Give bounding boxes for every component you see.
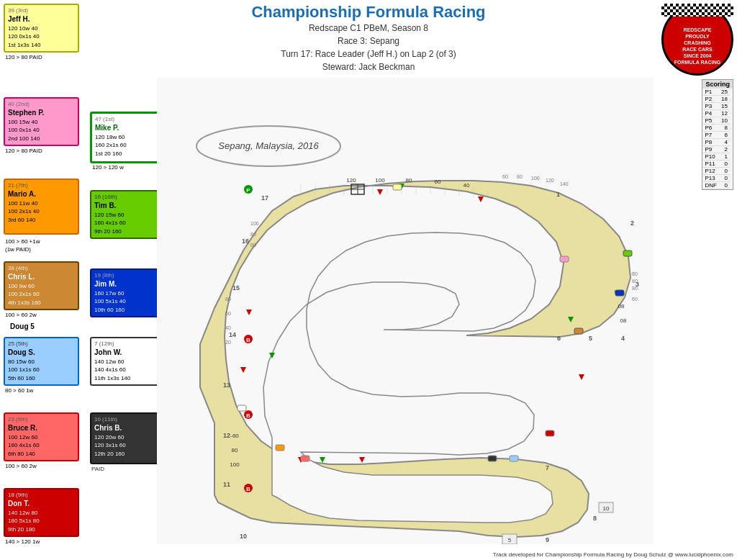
scoring-pos: P8 bbox=[702, 139, 718, 146]
svg-text:5: 5 bbox=[508, 537, 512, 543]
don-note: 140 > 120 1w bbox=[5, 538, 40, 546]
scoring-row: P110 bbox=[702, 161, 729, 168]
jeff-note: 120 > 80 PAID bbox=[5, 53, 42, 61]
scoring-pts: 25 bbox=[719, 89, 730, 96]
player-name-john: John W. bbox=[94, 348, 161, 358]
svg-rect-48 bbox=[276, 445, 284, 451]
svg-text:80: 80 bbox=[632, 279, 638, 284]
page-header: Championship Formula Racing Redscape C1 … bbox=[79, 0, 658, 73]
svg-text:80: 80 bbox=[632, 271, 638, 276]
bruce-note: 100 > 60 2w bbox=[5, 462, 37, 470]
svg-text:12: 12 bbox=[223, 432, 230, 439]
svg-text:100: 100 bbox=[250, 221, 259, 226]
doug-s-note: 80 > 60 1w bbox=[5, 387, 33, 394]
scoring-row: P120 bbox=[702, 168, 729, 175]
card-stephen-p: 40 (2nd) Stephen P. 100 15w 40 100 0x1s … bbox=[4, 97, 79, 146]
scoring-pts: 4 bbox=[719, 139, 730, 146]
track-svg: Sepang, Malaysia, 2016 120 100 80 60 40 … bbox=[157, 78, 654, 544]
mario-note: 100 > 60 +1w(1w PAID) bbox=[5, 238, 40, 253]
scoring-pts: 10 bbox=[719, 117, 730, 125]
player-name-mike: Mike P. bbox=[95, 123, 160, 133]
scoring-pos: P6 bbox=[702, 125, 718, 132]
svg-text:B: B bbox=[246, 337, 250, 343]
player-name-don: Don T. bbox=[8, 499, 75, 509]
player-name-jim: Jim M. bbox=[94, 279, 161, 289]
scoring-table: P125P218P315P412P510P68P76P84P92P101P110… bbox=[702, 89, 729, 189]
svg-text:15: 15 bbox=[232, 284, 240, 292]
scoring-pts: 0 bbox=[719, 161, 730, 168]
svg-text:17: 17 bbox=[261, 194, 268, 202]
scoring-pts: 2 bbox=[719, 146, 730, 153]
card-mario-a: 21 (7th) Mario A. 100 11w 40 100 2x1s 40… bbox=[4, 179, 79, 235]
scoring-pts: 12 bbox=[719, 110, 730, 117]
player-name-chris-l: Chris L. bbox=[8, 272, 75, 282]
svg-text:60: 60 bbox=[632, 297, 638, 302]
svg-text:100: 100 bbox=[230, 461, 240, 468]
svg-text:2: 2 bbox=[630, 220, 634, 227]
svg-rect-39 bbox=[393, 184, 402, 190]
svg-text:80: 80 bbox=[232, 447, 238, 453]
footer: Track developed for Championship Formula… bbox=[158, 551, 733, 558]
svg-rect-43 bbox=[574, 328, 583, 334]
scoring-pts: 0 bbox=[719, 182, 730, 189]
svg-text:9: 9 bbox=[546, 536, 549, 543]
svg-text:100: 100 bbox=[531, 176, 540, 181]
svg-text:4: 4 bbox=[621, 335, 625, 342]
scoring-pos: P4 bbox=[702, 110, 718, 117]
scoring-pos: P13 bbox=[702, 175, 718, 182]
player-name-stephen: Stephen P. bbox=[8, 108, 75, 118]
scoring-row: P130 bbox=[702, 175, 729, 182]
player-name-mario: Mario A. bbox=[8, 189, 75, 199]
scoring-panel: Scoring P125P218P315P412P510P68P76P84P92… bbox=[702, 79, 733, 190]
player-name-doug-s: Doug S. bbox=[8, 348, 75, 358]
card-bruce-r: 23 (6th) Bruce R. 100 12w 60 160 4x1s 60… bbox=[4, 412, 79, 461]
svg-text:-60: -60 bbox=[230, 433, 239, 439]
scoring-row: P315 bbox=[702, 103, 729, 110]
scoring-pos: P3 bbox=[702, 103, 718, 110]
player-name-tim: Tim B. bbox=[94, 201, 161, 211]
svg-text:5: 5 bbox=[589, 335, 592, 342]
scoring-row: P218 bbox=[702, 96, 729, 103]
svg-text:80: 80 bbox=[406, 177, 412, 184]
chris-l-note: 100 > 60 2w bbox=[5, 311, 37, 319]
svg-text:20: 20 bbox=[225, 340, 231, 345]
player-name-jeff: Jeff H. bbox=[8, 14, 75, 24]
svg-rect-46 bbox=[546, 430, 554, 436]
svg-text:80: 80 bbox=[225, 297, 231, 302]
svg-rect-49 bbox=[238, 405, 246, 411]
svg-rect-40 bbox=[560, 256, 569, 262]
svg-text:80: 80 bbox=[517, 174, 523, 179]
scoring-pos: DNF bbox=[702, 182, 718, 189]
subtitle-line2: Race 3: Sepang bbox=[79, 35, 658, 48]
svg-rect-42 bbox=[615, 290, 624, 296]
scoring-row: P92 bbox=[702, 146, 729, 153]
svg-text:100: 100 bbox=[375, 177, 385, 184]
scoring-row: P101 bbox=[702, 153, 729, 161]
stephen-note: 120 > 80 PAID bbox=[5, 147, 42, 155]
card-jim-m: 19 (8th) Jim M. 160 17w 60 100 5x1s 40 1… bbox=[90, 268, 166, 317]
svg-text:7: 7 bbox=[546, 464, 549, 471]
svg-text:11: 11 bbox=[223, 481, 230, 488]
scoring-row: P84 bbox=[702, 139, 729, 146]
scoring-row: P412 bbox=[702, 110, 729, 117]
scoring-pts: 8 bbox=[719, 125, 730, 132]
card-chris-b: 10 (11th) Chris B. 120 20w 60 120 3x1s 6… bbox=[90, 412, 166, 464]
subtitle-line3: Turn 17: Race Leader (Jeff H.) on Lap 2 … bbox=[79, 48, 658, 60]
svg-text:40: 40 bbox=[464, 182, 470, 189]
card-mike-p: 47 (1st) Mike P. 120 18w 60 160 2x1s 60 … bbox=[90, 112, 166, 163]
svg-text:60: 60 bbox=[225, 311, 231, 316]
footer-text: Track developed for Championship Formula… bbox=[493, 551, 733, 558]
page-title: Championship Formula Racing bbox=[79, 3, 658, 22]
mike-note: 120 > 120 w bbox=[92, 163, 124, 171]
svg-text:40: 40 bbox=[225, 325, 231, 330]
card-john-w: 7 (12th) John W. 140 12w 60 140 4x1s 60 … bbox=[90, 337, 166, 386]
svg-rect-44 bbox=[510, 456, 518, 461]
svg-text:6: 6 bbox=[557, 335, 561, 342]
scoring-pos: P11 bbox=[702, 161, 718, 168]
doug5-label: Doug 5 bbox=[10, 322, 35, 330]
scoring-pts: 15 bbox=[719, 103, 730, 110]
svg-text:P: P bbox=[246, 187, 250, 194]
svg-text:120: 120 bbox=[546, 178, 554, 183]
scoring-pos: P10 bbox=[702, 153, 718, 161]
scoring-pos: P1 bbox=[702, 89, 718, 96]
